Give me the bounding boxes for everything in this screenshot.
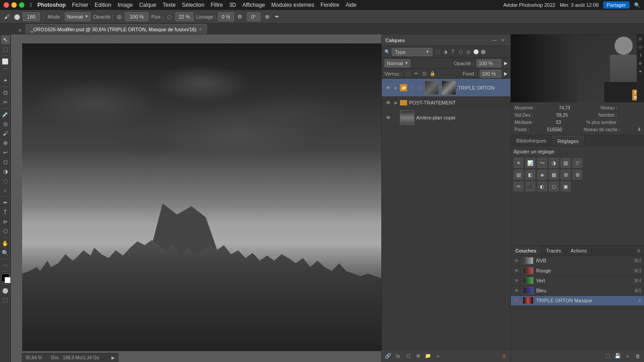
reg-exposure-icon[interactable]: ◑ (549, 158, 559, 168)
tool-path-select[interactable]: ⊳ (1, 217, 10, 226)
menu-selection[interactable]: Sélection (182, 2, 204, 8)
tool-quick-mask[interactable]: ⬤ (1, 286, 10, 295)
flux-value[interactable]: 22 % (175, 12, 193, 21)
opacity-airbrush-icon[interactable]: ◎ (115, 13, 123, 21)
reg-invert-icon[interactable]: ⊞ (572, 170, 582, 180)
share-button[interactable]: Partager (603, 1, 630, 9)
canvas[interactable] (22, 43, 381, 351)
tool-pen[interactable]: ✒ (1, 198, 10, 207)
menu-filtre[interactable]: Filtre (211, 2, 223, 8)
brush-size-value[interactable]: 180 (23, 12, 40, 21)
menu-image[interactable]: Image (118, 2, 133, 8)
channel-eye-rouge[interactable]: 👁 (514, 267, 520, 274)
tool-dodge[interactable]: ○ (1, 186, 10, 195)
blend-mode-dropdown[interactable]: Normal ▼ (384, 59, 410, 67)
background-color[interactable] (5, 277, 11, 283)
tool-artboard[interactable]: ⬚ (1, 45, 10, 54)
reg-posterize-icon[interactable]: ✏ (514, 181, 524, 191)
tab-close-icon[interactable]: × (18, 27, 22, 34)
delete-layer-btn[interactable]: 🗑 (500, 352, 508, 360)
layer-eye-bg-copy[interactable]: 👁 (384, 114, 392, 121)
opacity-toggle[interactable]: ▶ (504, 61, 508, 66)
layer-eye-post[interactable]: 👁 (384, 99, 392, 106)
channel-eye-tom[interactable]: 👁 (514, 297, 520, 304)
tool-hand[interactable]: ✋ (1, 239, 10, 248)
new-adjustment-btn[interactable]: ⊕ (414, 352, 422, 360)
tool-stamp[interactable]: ⊕ (1, 138, 10, 148)
link-layers-btn[interactable]: 🔗 (384, 352, 392, 360)
text-filter-icon[interactable]: T (450, 49, 456, 55)
angle-value[interactable]: 0° (247, 12, 260, 21)
tool-magic-wand[interactable]: ✦ (1, 76, 10, 85)
lissage-settings-icon[interactable]: ⚙ (236, 13, 244, 21)
menu-modules[interactable]: Modules externes (271, 2, 314, 8)
tool-lasso[interactable]: ⌒ (1, 67, 10, 76)
close-button[interactable] (4, 2, 9, 8)
channel-eye-rvb[interactable]: 👁 (514, 257, 520, 264)
menu-fenetre[interactable]: Fenêtre (321, 2, 339, 8)
reg-curves-icon[interactable]: 〜 (537, 158, 547, 168)
adjustment-filter-icon[interactable]: ◑ (442, 49, 448, 55)
opacity-value[interactable]: 100 % (125, 12, 149, 21)
tool-gradient[interactable]: ◑ (1, 167, 10, 176)
panel-collapse-btn[interactable]: — (490, 37, 498, 44)
brush-preset-picker[interactable]: ⬤ (13, 13, 21, 21)
menu-calque[interactable]: Calque (139, 2, 156, 8)
delete-channel-btn[interactable]: 🗑 (634, 352, 641, 360)
menu-edition[interactable]: Edition (95, 2, 111, 8)
reg-levels-icon[interactable]: 📊 (525, 158, 535, 168)
tool-screen-mode[interactable]: ⬚ (1, 295, 10, 305)
add-fx-btn[interactable]: fx (394, 352, 402, 360)
lock-artboard-icon[interactable]: ⊡ (421, 71, 428, 77)
layer-eye-triple-orton[interactable]: 👁 (384, 84, 392, 91)
tool-shape[interactable]: ⬡ (1, 227, 10, 236)
channel-triple-orton-masque[interactable]: 👁 TRIPLE ORTON Masque & (511, 296, 644, 306)
layer-expand-arrow[interactable]: ▶ (394, 84, 398, 91)
search-icon[interactable]: 🔍 (634, 2, 640, 8)
reg-threshold-icon[interactable]: ⬛ (525, 181, 535, 191)
menu-affichage[interactable]: Affichage (242, 2, 265, 8)
reg-photofilter-icon[interactable]: ◈ (537, 170, 547, 180)
fond-toggle[interactable]: ▶ (504, 71, 508, 76)
layer-group-arrow[interactable]: ▶ (394, 99, 398, 106)
channel-rvb[interactable]: 👁 RVB ⌘2 (511, 256, 644, 266)
filter-toggle[interactable] (481, 50, 485, 54)
tool-text[interactable]: T (1, 208, 10, 217)
tool-move[interactable]: ↖ (1, 35, 10, 44)
channels-more-btn[interactable]: ≡ (633, 247, 644, 254)
menu-texte[interactable]: Texte (163, 2, 176, 8)
reg-hsl-icon[interactable]: ▽ (572, 158, 582, 168)
pixel-filter-icon[interactable]: ⬚ (434, 49, 441, 55)
edge-icon-2[interactable]: ◎ (638, 44, 643, 50)
brush-icon[interactable]: 🖌 (3, 13, 11, 21)
document-tab[interactable]: _ORO1626-Modifier.psd @ 30,6% (TRIPLE OR… (25, 24, 207, 34)
reg-vibrance-icon[interactable]: ▧ (561, 158, 571, 168)
layer-mask-thumb[interactable] (442, 81, 456, 95)
menu-aide[interactable]: Aide (346, 2, 356, 8)
tab-actions[interactable]: Actions (566, 246, 592, 256)
reg-channelmixer-icon[interactable]: ▦ (549, 170, 559, 180)
channel-eye-vert[interactable]: 👁 (514, 277, 520, 284)
panel-menu-btn[interactable]: ≡ (500, 37, 507, 44)
channel-vert[interactable]: 👁 Vert ⌘4 (511, 276, 644, 286)
layer-thumb-bg-copy[interactable] (400, 110, 414, 125)
reg-extra-icon[interactable]: ▣ (561, 181, 571, 191)
edge-icon-5[interactable]: ✷ (638, 69, 643, 74)
tool-more[interactable]: ··· (1, 261, 10, 270)
foreground-color[interactable] (1, 274, 10, 282)
tool-slice[interactable]: ✂ (1, 98, 10, 107)
pressure-icon[interactable]: ⊕ (263, 13, 271, 21)
channel-eye-bleu[interactable]: 👁 (514, 287, 520, 294)
minimize-button[interactable] (11, 2, 17, 8)
menu-fichier[interactable]: Fichier (72, 2, 88, 8)
tab-reglages[interactable]: Réglages (552, 136, 584, 146)
edge-icon-3[interactable]: ℹ (638, 52, 643, 58)
tool-zoom[interactable]: 🔍 (1, 248, 10, 257)
load-channel-btn[interactable]: ⬚ (604, 352, 611, 360)
tool-brush[interactable]: 🖌 (1, 129, 10, 138)
lissage-value[interactable]: 0 % (218, 12, 234, 21)
layer-filter-dropdown[interactable]: Type ▼ (392, 48, 433, 56)
layer-triple-orton[interactable]: 👁 ▶ 📁 f ◻ TRIPLE ORTON (382, 79, 510, 97)
reg-selectivecolor-icon[interactable]: ◻ (549, 181, 559, 191)
tool-eraser[interactable]: ◻ (1, 157, 10, 167)
